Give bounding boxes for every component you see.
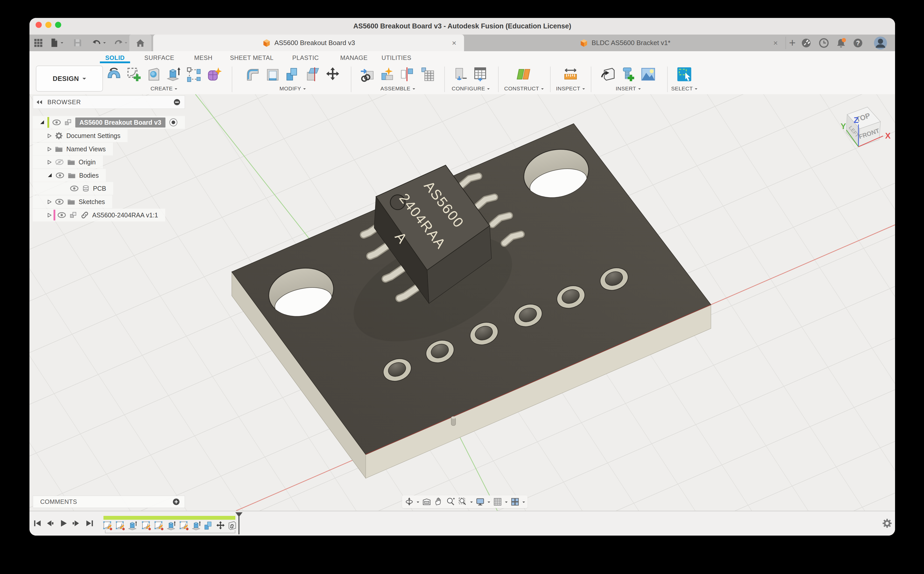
as-built-joint-icon[interactable] [400, 66, 416, 82]
look-at-icon[interactable] [422, 497, 431, 506]
browser-item-origin[interactable]: Origin [33, 156, 103, 169]
close-tab-icon[interactable]: × [452, 39, 456, 47]
eye-visible-icon[interactable] [70, 186, 79, 191]
skip-to-start-icon[interactable] [33, 519, 42, 528]
browser-item-named-views[interactable]: Named Views [33, 143, 113, 155]
play-icon[interactable] [59, 519, 68, 528]
browser-item-bodies[interactable]: Bodies [33, 169, 106, 182]
timeline-extrude-icon[interactable] [191, 520, 202, 531]
display-settings-minus-icon[interactable] [173, 99, 181, 106]
collapsed-triangle-icon[interactable] [47, 200, 52, 204]
redo-icon[interactable] [113, 38, 124, 49]
select-icon[interactable] [676, 66, 692, 82]
save-icon[interactable] [73, 38, 83, 48]
browser-item-label[interactable]: Document Settings [66, 132, 120, 140]
timeline-settings-gear-icon[interactable] [882, 518, 892, 529]
press-pull-icon[interactable] [285, 66, 301, 82]
home-button[interactable] [129, 35, 151, 51]
browser-item-label[interactable]: AS5600 Breakout Board v3 [75, 118, 166, 128]
grid-settings-icon[interactable] [493, 497, 502, 506]
close-tab-icon[interactable]: × [773, 39, 778, 47]
new-tab-icon[interactable]: + [789, 38, 796, 48]
viewports-icon[interactable] [511, 497, 520, 506]
insert-fastener-icon[interactable] [620, 66, 636, 82]
derive-insert-icon[interactable] [600, 66, 616, 82]
add-comment-icon[interactable] [172, 498, 180, 506]
step-back-icon[interactable] [46, 519, 54, 528]
timeline-sketch-icon[interactable] [154, 520, 164, 531]
eye-hidden-icon[interactable] [55, 159, 64, 165]
undo-icon[interactable] [91, 38, 102, 49]
file-menu-caret[interactable] [61, 42, 63, 45]
eye-visible-icon[interactable] [57, 212, 66, 218]
timeline-extrude-icon[interactable] [128, 520, 138, 531]
eye-visible-icon[interactable] [55, 173, 64, 178]
split-body-icon[interactable] [305, 66, 321, 82]
shell-icon[interactable] [265, 66, 281, 82]
browser-item-label[interactable]: Bodies [79, 172, 99, 179]
collapsed-triangle-icon[interactable] [47, 134, 52, 138]
zoom-icon[interactable] [446, 497, 455, 506]
tab-manage[interactable]: MANAGE [340, 54, 367, 62]
window-zoom-caret[interactable] [470, 501, 473, 504]
browser-item-root[interactable]: AS5600 Breakout Board v3 [33, 116, 185, 129]
joint-icon[interactable] [380, 66, 396, 82]
tab-plastic[interactable]: PLASTIC [292, 54, 319, 62]
create-sketch-icon[interactable] [126, 66, 142, 82]
browser-item-document-settings[interactable]: Document Settings [33, 129, 128, 142]
browser-item-label[interactable]: Sketches [79, 198, 105, 206]
browser-item-label[interactable]: PCB [93, 185, 106, 192]
extrude-icon[interactable] [166, 66, 182, 82]
viewports-caret[interactable] [522, 501, 525, 504]
timeline-sketch-icon[interactable] [102, 520, 113, 531]
app-grid-icon[interactable] [33, 38, 43, 48]
tab-utilities[interactable]: UTILITIES [382, 54, 412, 62]
new-component-icon[interactable] [360, 66, 376, 82]
timeline-position-marker[interactable] [235, 512, 243, 535]
tab-mesh[interactable]: MESH [194, 54, 212, 62]
timeline-sketch-icon[interactable] [179, 520, 189, 531]
tab-inactive-document[interactable]: BLDC AS5600 Bracket v1* × [465, 35, 785, 51]
activate-component-radio[interactable] [169, 118, 178, 127]
help-icon[interactable]: ? [853, 38, 863, 48]
orbit-caret[interactable] [417, 501, 419, 504]
avatar[interactable] [874, 36, 888, 50]
browser-item-sketches[interactable]: Sketches [33, 196, 112, 208]
timeline-group-bar[interactable] [104, 516, 235, 520]
timeline-sketch-icon[interactable] [141, 520, 151, 531]
window-zoom-icon[interactable] [458, 497, 467, 506]
configuration-icon[interactable] [453, 66, 469, 82]
canvas-icon[interactable] [640, 66, 656, 82]
timeline-press-pull-icon[interactable] [203, 520, 214, 531]
move-icon[interactable] [325, 66, 341, 82]
notifications-bell-icon[interactable] [836, 38, 847, 49]
tab-surface[interactable]: SURFACE [144, 54, 174, 62]
fillet-icon[interactable] [245, 66, 261, 82]
collapsed-triangle-icon[interactable] [47, 213, 52, 218]
expanded-triangle-icon[interactable] [40, 120, 44, 125]
browser-item-pcb[interactable]: PCB [33, 182, 113, 195]
comments-panel[interactable]: COMMENTS [33, 496, 185, 508]
browser-item-linked-component[interactable]: AS5600-2404RAA v1:1 [33, 209, 165, 221]
extensions-icon[interactable] [801, 38, 812, 48]
pan-icon[interactable] [434, 497, 443, 506]
timeline-extrude-icon[interactable] [166, 520, 177, 531]
undo-caret[interactable] [103, 42, 106, 45]
form-icon[interactable] [106, 66, 122, 82]
eye-visible-icon[interactable] [55, 199, 64, 205]
timeline-sketch-icon[interactable] [115, 520, 125, 531]
collapse-panel-icon[interactable] [36, 99, 43, 105]
expanded-triangle-icon[interactable] [47, 173, 52, 178]
eye-visible-icon[interactable] [52, 120, 61, 125]
viewport-canvas[interactable]: AS5600 2404RAA A TOP LEFT FRONT [30, 94, 895, 511]
timeline-move-icon[interactable] [215, 520, 225, 531]
display-settings-caret[interactable] [487, 501, 490, 504]
step-forward-icon[interactable] [72, 519, 80, 528]
measure-icon[interactable] [563, 66, 579, 82]
construction-plane-icon[interactable] [516, 66, 532, 82]
tab-active-document[interactable]: AS5600 Breakout Board v3 × [153, 35, 464, 51]
display-settings-icon[interactable] [476, 497, 485, 506]
skip-to-end-icon[interactable] [85, 519, 94, 528]
browser-item-label[interactable]: Origin [79, 158, 96, 166]
redo-caret[interactable] [125, 42, 127, 45]
